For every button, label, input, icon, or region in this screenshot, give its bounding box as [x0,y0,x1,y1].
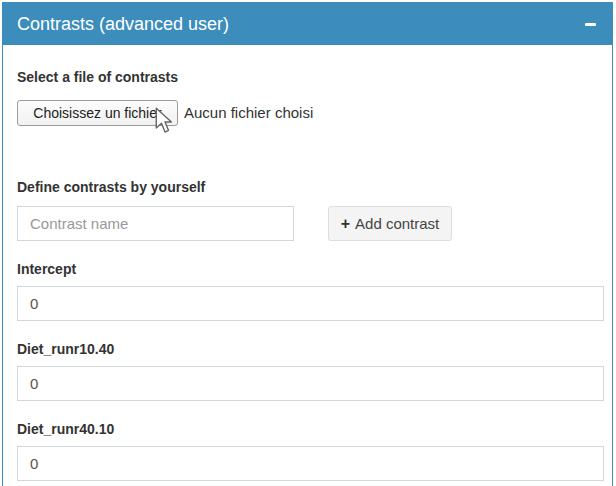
collapse-button[interactable] [580,3,600,45]
field-label-diet-runr40-10: Diet_runr40.10 [17,421,114,437]
minus-icon [585,23,596,26]
contrasts-panel: Contrasts (advanced user) Select a file … [2,2,613,486]
page: Contrasts (advanced user) Select a file … [0,0,616,486]
contrast-name-input[interactable] [17,206,294,241]
file-section-label: Select a file of contrasts [17,69,178,85]
diet-runr10-40-input[interactable] [17,366,604,401]
field-label-intercept: Intercept [17,261,76,277]
field-label-diet-runr10-40: Diet_runr10.40 [17,341,114,357]
diet-runr40-10-input[interactable] [17,446,604,481]
add-contrast-label: Add contrast [355,215,439,232]
intercept-input[interactable] [17,286,604,321]
plus-icon: + [341,216,350,232]
panel-title: Contrasts (advanced user) [17,14,229,34]
file-status-text: Aucun fichier choisi [184,104,313,121]
panel-header: Contrasts (advanced user) [3,3,612,45]
choose-file-button[interactable]: Choisissez un fichier [17,100,178,126]
add-contrast-button[interactable]: + Add contrast [328,206,452,241]
define-section-label: Define contrasts by yourself [17,179,205,195]
